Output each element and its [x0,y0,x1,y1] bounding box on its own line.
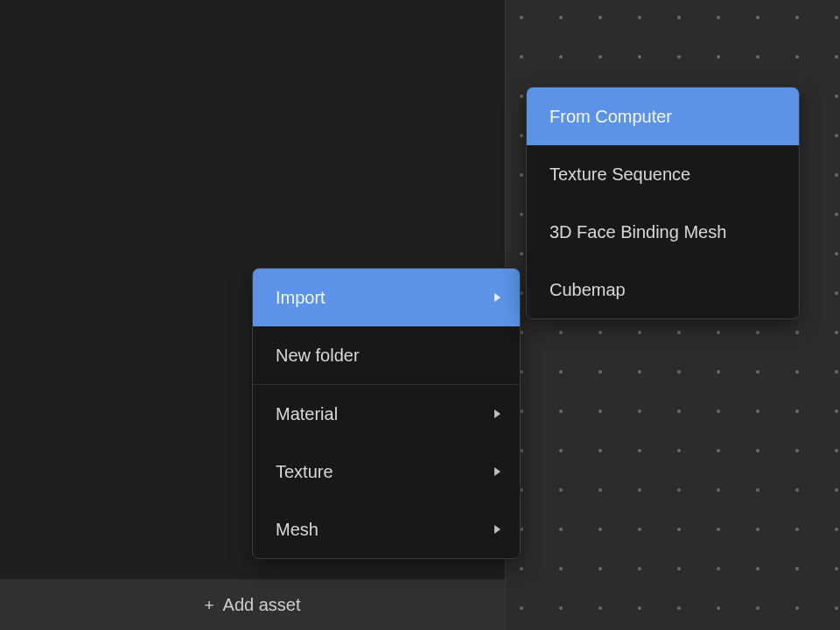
grid-dot [717,410,720,413]
grid-dot [756,410,760,413]
grid-dot [717,449,720,452]
grid-dot [638,528,641,531]
grid-dot [717,606,720,610]
submenu-item-texture-sequence[interactable]: Texture Sequence [527,145,799,203]
grid-dot [598,410,602,413]
grid-dot [835,449,838,452]
grid-dot [835,213,838,216]
grid-dot [520,16,523,19]
grid-dot [559,16,563,19]
add-asset-button[interactable]: + Add asset [0,579,505,630]
menu-item-mesh[interactable]: Mesh [253,500,520,558]
chevron-right-icon [494,467,500,476]
grid-dot [677,16,681,19]
grid-dot [717,488,720,492]
grid-dot [835,16,838,19]
submenu-item-cubemap[interactable]: Cubemap [527,261,799,318]
grid-dot [598,528,602,531]
menu-item-material[interactable]: Material [253,385,520,443]
menu-item-import[interactable]: Import [253,269,520,326]
grid-dot [756,55,760,59]
plus-icon: + [204,597,214,613]
grid-dot [795,331,799,334]
grid-dot [598,55,602,59]
grid-dot [638,370,641,374]
chevron-right-icon [494,525,500,534]
grid-dot [520,567,523,570]
grid-dot [835,488,838,492]
grid-dot [559,331,563,334]
grid-dot [559,488,563,492]
menu-item-label: Material [276,404,338,424]
grid-dot [717,331,720,334]
grid-dot [638,55,641,59]
grid-dot [598,449,602,452]
grid-dot [756,16,760,19]
grid-dot [677,55,681,59]
grid-dot [559,567,563,570]
grid-dot [795,567,799,570]
grid-dot [677,606,681,610]
grid-dot [559,370,563,374]
grid-dot [638,16,641,19]
grid-dot [559,55,563,59]
grid-dot [795,528,799,531]
menu-item-label: Mesh [276,520,318,540]
menu-item-label: Texture [276,462,333,482]
submenu-item-label: 3D Face Binding Mesh [550,222,726,242]
grid-dot [520,134,523,137]
menu-item-label: Import [276,288,326,308]
add-asset-label: Add asset [223,595,301,615]
chevron-right-icon [494,293,500,302]
grid-dot [638,410,641,413]
grid-dot [795,410,799,413]
grid-dot [835,528,838,531]
grid-dot [677,528,681,531]
grid-dot [717,370,720,374]
grid-dot [598,488,602,492]
submenu-item-label: Texture Sequence [550,164,690,185]
grid-dot [520,606,523,610]
grid-dot [795,449,799,452]
grid-dot [677,331,681,334]
grid-dot [717,16,720,19]
grid-dot [795,370,799,374]
grid-dot [559,528,563,531]
grid-dot [677,567,681,570]
grid-dot [835,55,838,59]
grid-dot [717,528,720,531]
grid-dot [835,291,838,295]
grid-dot [795,488,799,492]
grid-dot [795,55,799,59]
menu-item-texture[interactable]: Texture [253,443,520,500]
submenu-item-from-computer[interactable]: From Computer [527,88,799,145]
menu-item-new-folder[interactable]: New folder [253,326,520,384]
grid-dot [598,606,602,610]
grid-dot [520,173,523,177]
grid-dot [835,134,838,137]
grid-dot [598,16,602,19]
grid-dot [835,331,838,334]
grid-dot [835,567,838,570]
grid-dot [598,567,602,570]
grid-dot [598,370,602,374]
submenu-item-3d-face-binding-mesh[interactable]: 3D Face Binding Mesh [527,203,799,261]
context-menu-import: From ComputerTexture Sequence3D Face Bin… [526,87,800,319]
grid-dot [756,606,760,610]
grid-dot [638,488,641,492]
grid-dot [677,410,681,413]
grid-dot [677,488,681,492]
context-menu-primary: ImportNew folderMaterialTextureMesh [252,268,521,559]
grid-dot [795,606,799,610]
grid-dot [835,173,838,177]
grid-dot [638,567,641,570]
grid-dot [835,606,838,610]
chevron-right-icon [494,410,500,418]
submenu-item-label: From Computer [550,107,672,127]
grid-dot [559,410,563,413]
grid-dot [638,606,641,610]
grid-dot [835,410,838,413]
grid-dot [756,370,760,374]
grid-dot [756,567,760,570]
grid-dot [520,213,523,216]
